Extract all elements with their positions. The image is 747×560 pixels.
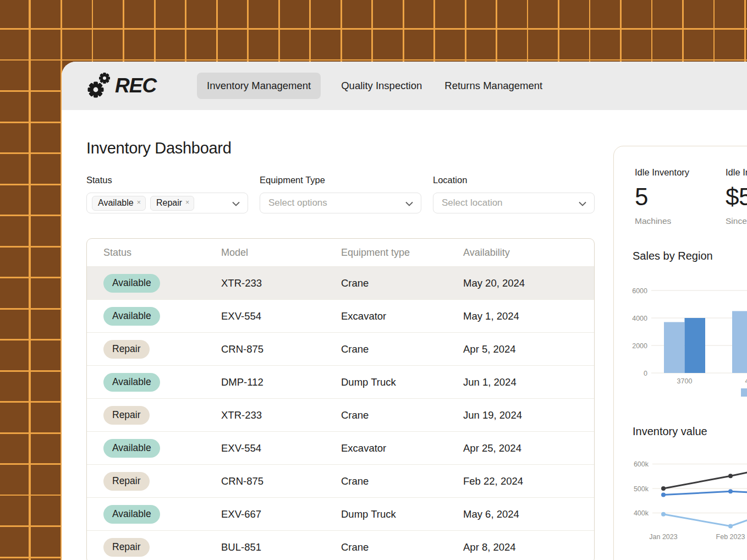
column-header-equipment-type: Equipment type bbox=[341, 247, 463, 259]
cell-equipment-type: Crane bbox=[341, 475, 463, 487]
cell-availability: May 20, 2024 bbox=[463, 277, 594, 289]
column-header-availability: Availability bbox=[463, 247, 594, 259]
idle-inventory-value-metric: Idle Inventory $5 Since bbox=[726, 167, 747, 226]
side-panel: Idle Inventory 5 Machines Idle Inventory… bbox=[613, 146, 747, 560]
filter-status: Status Available×Repair× bbox=[86, 175, 248, 213]
table-row[interactable]: AvailableEXV-554ExcavatorMay 1, 2024 bbox=[87, 299, 594, 332]
status-select[interactable]: Available×Repair× bbox=[86, 193, 248, 213]
filter-chip: Available× bbox=[92, 196, 146, 211]
cell-model: CRN-875 bbox=[221, 475, 341, 487]
table-row[interactable]: RepairBUL-851CraneApr 8, 2024 bbox=[87, 530, 594, 560]
cell-equipment-type: Crane bbox=[341, 277, 463, 289]
cell-model: DMP-112 bbox=[221, 376, 341, 388]
metric-value: 5 bbox=[635, 183, 689, 211]
filter-chip: Repair× bbox=[150, 196, 194, 211]
svg-text:600k: 600k bbox=[634, 460, 649, 468]
svg-text:500k: 500k bbox=[634, 485, 649, 493]
remove-chip-icon[interactable]: × bbox=[185, 198, 189, 208]
equipment-type-placeholder: Select options bbox=[265, 197, 327, 208]
cell-equipment-type: Excavator bbox=[341, 442, 463, 454]
status-badge: Available bbox=[103, 373, 160, 392]
gears-icon bbox=[86, 72, 112, 100]
filter-equipment-type: Equipment Type Select options bbox=[260, 175, 421, 213]
status-badge: Available bbox=[103, 505, 160, 524]
metric-caption: Since bbox=[726, 216, 747, 226]
metric-caption: Machines bbox=[635, 216, 689, 226]
status-badge: Repair bbox=[103, 472, 150, 491]
table-row[interactable]: AvailableEXV-667Dump TruckMay 6, 2024 bbox=[87, 497, 594, 530]
cell-model: XTR-233 bbox=[221, 277, 341, 289]
column-header-status: Status bbox=[103, 247, 221, 259]
metric-label: Idle Inventory bbox=[726, 167, 747, 178]
metric-value: $5 bbox=[726, 183, 747, 211]
page-title: Inventory Dashboard bbox=[86, 139, 232, 157]
remove-chip-icon[interactable]: × bbox=[137, 198, 141, 208]
cell-availability: May 1, 2024 bbox=[463, 310, 594, 322]
status-badge: Available bbox=[103, 307, 160, 326]
status-badge: Repair bbox=[103, 340, 150, 359]
table-row[interactable]: RepairCRN-875CraneApr 5, 2024 bbox=[87, 332, 594, 365]
cell-availability: May 6, 2024 bbox=[463, 508, 594, 520]
cell-equipment-type: Dump Truck bbox=[341, 376, 463, 388]
chevron-down-icon bbox=[579, 201, 586, 206]
filter-status-label: Status bbox=[86, 175, 248, 185]
bar-chart-title: Sales by Region bbox=[633, 250, 713, 262]
cell-equipment-type: Dump Truck bbox=[341, 508, 463, 520]
table-body: AvailableXTR-233CraneMay 20, 2024Availab… bbox=[87, 266, 594, 560]
svg-text:Jan 2023: Jan 2023 bbox=[649, 533, 677, 541]
logo-text: REC bbox=[115, 74, 160, 97]
filter-bar: Status Available×Repair× Equipment Type … bbox=[86, 175, 595, 213]
svg-text:4500: 4500 bbox=[745, 377, 747, 385]
svg-text:6000: 6000 bbox=[632, 287, 647, 295]
app-header: REC Inventory Management Quality Inspect… bbox=[62, 62, 747, 110]
location-placeholder: Select location bbox=[438, 197, 503, 208]
cell-equipment-type: Crane bbox=[341, 541, 463, 553]
svg-text:4000: 4000 bbox=[632, 315, 647, 322]
nav-inventory-management[interactable]: Inventory Management bbox=[197, 73, 321, 99]
main-nav: Inventory Management Quality Inspection … bbox=[197, 62, 545, 110]
filter-location-label: Location bbox=[433, 175, 595, 185]
nav-returns-management[interactable]: Returns Management bbox=[442, 73, 545, 99]
cell-availability: Apr 5, 2024 bbox=[463, 343, 594, 355]
svg-text:3700: 3700 bbox=[677, 377, 693, 385]
location-select[interactable]: Select location bbox=[433, 193, 595, 213]
table-row[interactable]: RepairCRN-875CraneFeb 22, 2024 bbox=[87, 464, 594, 497]
cell-equipment-type: Excavator bbox=[341, 310, 463, 322]
filter-chip-label: Repair bbox=[156, 198, 182, 208]
cell-model: BUL-851 bbox=[221, 541, 341, 553]
cell-model: XTR-233 bbox=[221, 409, 341, 421]
table-row[interactable]: AvailableDMP-112Dump TruckJun 1, 2024 bbox=[87, 365, 594, 398]
svg-text:Feb 2023: Feb 2023 bbox=[716, 533, 745, 541]
cell-model: EXV-554 bbox=[221, 442, 341, 454]
svg-text:0: 0 bbox=[644, 370, 647, 377]
table-header-row: Status Model Equipment type Availability bbox=[87, 239, 594, 266]
chevron-down-icon bbox=[232, 201, 240, 206]
cell-availability: Apr 25, 2024 bbox=[463, 442, 594, 454]
inventory-value-chart: 400k500k600kJan 2023Feb 2023 bbox=[614, 443, 747, 551]
equipment-type-select[interactable]: Select options bbox=[260, 193, 421, 213]
svg-text:400k: 400k bbox=[634, 509, 649, 517]
cell-model: EXV-667 bbox=[221, 508, 341, 520]
table-row[interactable]: RepairXTR-233CraneJun 19, 2024 bbox=[87, 398, 594, 431]
nav-quality-inspection[interactable]: Quality Inspection bbox=[339, 73, 424, 99]
table-row[interactable]: AvailableEXV-554ExcavatorApr 25, 2024 bbox=[87, 431, 594, 464]
inventory-table: Status Model Equipment type Availability… bbox=[86, 238, 595, 560]
cell-model: CRN-875 bbox=[221, 343, 341, 355]
desktop-background: { "header": { "logo_text": "REC", "nav":… bbox=[0, 0, 747, 560]
idle-inventory-metric: Idle Inventory 5 Machines bbox=[635, 167, 689, 226]
cell-availability: Apr 8, 2024 bbox=[463, 541, 594, 553]
status-badge: Repair bbox=[103, 406, 150, 425]
table-row[interactable]: AvailableXTR-233CraneMay 20, 2024 bbox=[87, 266, 594, 299]
svg-text:2000: 2000 bbox=[632, 342, 647, 350]
line-chart-title: Inventory value bbox=[633, 425, 707, 438]
cell-model: EXV-554 bbox=[221, 310, 341, 322]
metric-label: Idle Inventory bbox=[635, 167, 689, 178]
cell-availability: Feb 22, 2024 bbox=[463, 475, 594, 487]
chevron-down-icon bbox=[405, 201, 413, 206]
app-logo[interactable]: REC bbox=[86, 72, 160, 100]
status-chip-list: Available×Repair× bbox=[92, 196, 194, 211]
status-badge: Repair bbox=[103, 538, 150, 557]
status-badge: Available bbox=[103, 274, 160, 293]
filter-chip-label: Available bbox=[98, 198, 134, 208]
filter-equipment-type-label: Equipment Type bbox=[260, 175, 421, 185]
